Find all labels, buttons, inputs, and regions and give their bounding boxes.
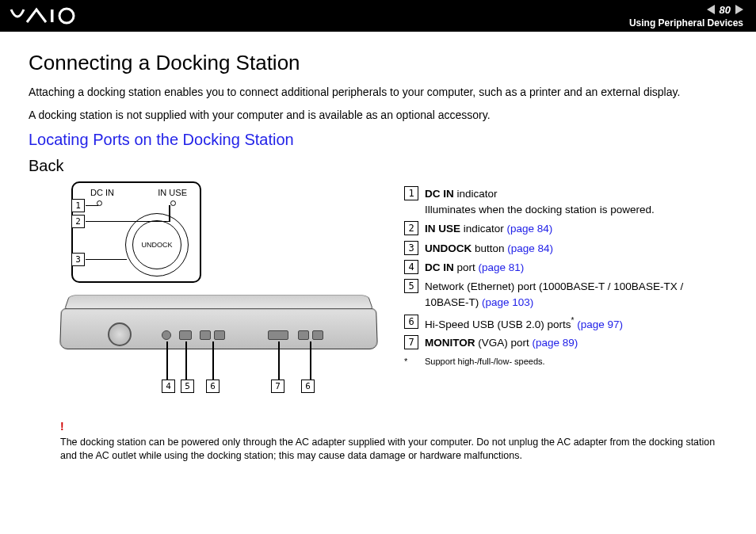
warning-text: The docking station can be powered only … xyxy=(60,436,727,463)
page-link[interactable]: (page 84) xyxy=(507,242,553,254)
usb-port-icon xyxy=(298,330,309,340)
dock-rear-view xyxy=(60,286,377,373)
usb-port-icon xyxy=(312,330,323,340)
callout-7: 7 xyxy=(271,380,284,393)
legend-text: MONITOR (VGA) port (page 89) xyxy=(425,335,727,351)
leader-line xyxy=(185,341,187,380)
intro-p1: Attaching a docking station enables you … xyxy=(29,85,727,100)
docking-station-diagram: DC IN IN USE UNDOCK 1 2 3 xyxy=(52,181,385,403)
page-title: Connecting a Docking Station xyxy=(29,51,727,75)
leader-line xyxy=(310,341,311,380)
leader-line xyxy=(166,341,168,380)
legend-num: 2 xyxy=(404,221,418,235)
bottom-callouts: 4 5 6 7 6 xyxy=(60,380,377,402)
callout-6: 6 xyxy=(301,380,315,393)
label-dc-in: DC IN xyxy=(90,188,114,197)
ethernet-port-icon xyxy=(179,330,192,340)
legend-item-7: 7 MONITOR (VGA) port (page 89) xyxy=(404,335,727,351)
dock-body xyxy=(59,308,378,349)
page-link[interactable]: (page 84) xyxy=(507,223,553,235)
label-in-use: IN USE xyxy=(158,188,187,197)
legend-text: IN USE indicator (page 84) xyxy=(425,221,727,237)
legend-text: Network (Ethernet) port (1000BASE-T / 10… xyxy=(425,279,727,311)
dock-top-panel: DC IN IN USE UNDOCK 1 2 3 xyxy=(71,181,201,283)
page-nav: 80 xyxy=(629,4,743,16)
legend-item-4: 4 DC IN port (page 81) xyxy=(404,260,727,276)
footnote-text: Support high-/full-/low- speeds. xyxy=(425,355,545,368)
legend-num: 7 xyxy=(404,335,418,349)
intro-p2: A docking station is not supplied with y… xyxy=(29,108,727,123)
leader-line xyxy=(169,205,170,222)
footnote-mark: * xyxy=(404,355,425,368)
page-link[interactable]: (page 103) xyxy=(482,296,533,308)
dock-ring-icon xyxy=(108,322,132,346)
dc-in-port-icon xyxy=(162,330,171,340)
diagram-column: DC IN IN USE UNDOCK 1 2 3 xyxy=(29,181,385,403)
warning-note: ! The docking station can be powered onl… xyxy=(29,419,727,463)
undock-button-outer: UNDOCK xyxy=(125,213,189,277)
page-link[interactable]: (page 97) xyxy=(577,318,623,330)
prev-page-icon[interactable] xyxy=(707,5,715,14)
intro-text: Attaching a docking station enables you … xyxy=(29,85,727,123)
legend-footnote: * Support high-/full-/low- speeds. xyxy=(404,355,727,368)
leader-line xyxy=(278,341,280,380)
legend-item-1: 1 DC IN indicator Illuminates when the d… xyxy=(404,186,727,219)
leader-line xyxy=(86,205,98,207)
page-number: 80 xyxy=(720,4,731,16)
svg-rect-0 xyxy=(51,10,54,22)
legend-column: 1 DC IN indicator Illuminates when the d… xyxy=(404,181,727,403)
legend-item-5: 5 Network (Ethernet) port (1000BASE-T / … xyxy=(404,279,727,311)
section-title: Using Peripheral Devices xyxy=(629,17,743,29)
callout-5: 5 xyxy=(181,380,194,393)
undock-button-label: UNDOCK xyxy=(132,220,181,269)
callout-4: 4 xyxy=(162,380,175,393)
page-link[interactable]: (page 89) xyxy=(533,337,578,349)
legend-item-6: 6 Hi-Speed USB (USB 2.0) ports* (page 97… xyxy=(404,315,727,333)
svg-point-1 xyxy=(59,9,74,23)
leader-line xyxy=(86,259,127,261)
warning-icon: ! xyxy=(60,419,727,434)
vaio-logo xyxy=(10,6,81,25)
in-use-indicator-icon xyxy=(170,200,176,206)
next-page-icon[interactable] xyxy=(735,5,743,14)
usb-port-icon xyxy=(200,330,211,340)
legend-num: 4 xyxy=(404,260,418,274)
page-link[interactable]: (page 81) xyxy=(479,261,525,273)
page-header: 80 Using Peripheral Devices xyxy=(0,0,756,32)
callout-1: 1 xyxy=(71,199,85,212)
legend-text: DC IN port (page 81) xyxy=(425,260,727,276)
legend-item-2: 2 IN USE indicator (page 84) xyxy=(404,221,727,237)
legend-num: 6 xyxy=(404,315,418,329)
callout-3: 3 xyxy=(71,253,85,266)
vga-port-icon xyxy=(268,330,288,340)
diagram-and-legend: DC IN IN USE UNDOCK 1 2 3 xyxy=(29,181,727,403)
leader-line xyxy=(212,341,214,380)
callout-2: 2 xyxy=(71,215,85,228)
callout-6: 6 xyxy=(206,380,220,393)
legend-item-3: 3 UNDOCK button (page 84) xyxy=(404,241,727,257)
page-content: Connecting a Docking Station Attaching a… xyxy=(0,32,756,470)
legend-num: 5 xyxy=(404,279,418,293)
legend-text: UNDOCK button (page 84) xyxy=(425,241,727,257)
legend-text: DC IN indicator Illuminates when the doc… xyxy=(425,186,727,219)
leader-line xyxy=(86,221,169,223)
subheading-back: Back xyxy=(29,157,727,175)
vaio-logo-icon xyxy=(10,6,81,25)
legend-num: 1 xyxy=(404,186,418,200)
legend-text: Hi-Speed USB (USB 2.0) ports* (page 97) xyxy=(425,315,727,333)
header-right: 80 Using Peripheral Devices xyxy=(629,4,743,29)
legend-num: 3 xyxy=(404,241,418,255)
usb-port-icon xyxy=(214,330,225,340)
subheading-locating-ports: Locating Ports on the Docking Station xyxy=(29,131,727,149)
